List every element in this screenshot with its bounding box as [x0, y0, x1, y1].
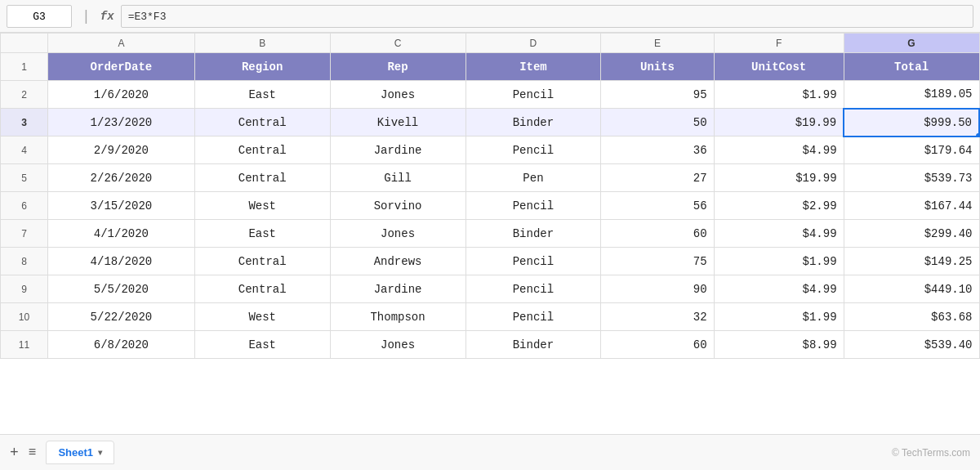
cell-5-g[interactable]: $539.73	[844, 164, 979, 192]
cell-2-d[interactable]: Pencil	[466, 81, 601, 109]
row-num-1: 1	[1, 53, 48, 81]
formula-input[interactable]: =E3*F3	[121, 5, 973, 28]
cell-4-a[interactable]: 2/9/2020	[48, 137, 195, 164]
cell-8-e[interactable]: 75	[601, 248, 714, 275]
cell-6-g[interactable]: $167.44	[844, 192, 979, 220]
header-cell-c[interactable]: Rep	[330, 53, 466, 81]
sheet-dropdown-arrow: ▾	[98, 448, 102, 457]
cell-11-a[interactable]: 6/8/2020	[48, 331, 195, 359]
cell-2-g[interactable]: $189.05	[844, 81, 979, 109]
cell-4-f[interactable]: $4.99	[714, 137, 844, 164]
row-num-2: 2	[1, 81, 48, 109]
cell-8-g[interactable]: $149.25	[844, 248, 979, 275]
col-header-b[interactable]: B	[194, 34, 330, 53]
cell-9-a[interactable]: 5/5/2020	[48, 275, 195, 303]
cell-3-b[interactable]: Central	[194, 109, 330, 137]
cell-9-b[interactable]: Central	[194, 275, 330, 303]
cell-2-b[interactable]: East	[194, 81, 330, 109]
cell-reference-box[interactable]: G3	[7, 5, 72, 28]
cell-9-d[interactable]: Pencil	[466, 275, 601, 303]
header-cell-a[interactable]: OrderDate	[48, 53, 195, 81]
cell-6-c[interactable]: Sorvino	[330, 192, 466, 220]
row-num-3: 3	[1, 109, 48, 137]
cell-5-b[interactable]: Central	[194, 164, 330, 192]
cell-2-f[interactable]: $1.99	[714, 81, 844, 109]
cell-7-f[interactable]: $4.99	[714, 220, 844, 248]
cell-5-c[interactable]: Gill	[330, 164, 466, 192]
cell-7-g[interactable]: $299.40	[844, 220, 979, 248]
cell-7-e[interactable]: 60	[601, 220, 714, 248]
sheet-menu-icon[interactable]: ≡	[29, 445, 37, 460]
cell-5-e[interactable]: 27	[601, 164, 714, 192]
cell-10-e[interactable]: 32	[601, 303, 714, 331]
header-cell-e[interactable]: Units	[601, 53, 714, 81]
col-header-f[interactable]: F	[714, 34, 844, 53]
cell-10-g[interactable]: $63.68	[844, 303, 979, 331]
cell-7-b[interactable]: East	[194, 220, 330, 248]
cell-4-c[interactable]: Jardine	[330, 137, 466, 164]
cell-8-d[interactable]: Pencil	[466, 248, 601, 275]
header-cell-b[interactable]: Region	[194, 53, 330, 81]
cell-11-c[interactable]: Jones	[330, 331, 466, 359]
cell-3-d[interactable]: Binder	[466, 109, 601, 137]
cell-10-d[interactable]: Pencil	[466, 303, 601, 331]
col-header-g[interactable]: G	[844, 34, 979, 53]
bar-divider: |	[82, 8, 91, 25]
cell-5-a[interactable]: 2/26/2020	[48, 164, 195, 192]
cell-4-e[interactable]: 36	[601, 137, 714, 164]
cell-9-e[interactable]: 90	[601, 275, 714, 303]
cell-2-e[interactable]: 95	[601, 81, 714, 109]
cell-3-a[interactable]: 1/23/2020	[48, 109, 195, 137]
cell-5-d[interactable]: Pen	[466, 164, 601, 192]
cell-11-e[interactable]: 60	[601, 331, 714, 359]
cell-2-c[interactable]: Jones	[330, 81, 466, 109]
sheet-tab-sheet1[interactable]: Sheet1 ▾	[46, 441, 114, 464]
cell-10-a[interactable]: 5/22/2020	[48, 303, 195, 331]
header-cell-f[interactable]: UnitCost	[714, 53, 844, 81]
table-row: 42/9/2020CentralJardinePencil36$4.99$179…	[1, 137, 980, 164]
cell-6-f[interactable]: $2.99	[714, 192, 844, 220]
cell-11-d[interactable]: Binder	[466, 331, 601, 359]
cell-10-b[interactable]: West	[194, 303, 330, 331]
col-header-a[interactable]: A	[48, 34, 195, 53]
cell-9-c[interactable]: Jardine	[330, 275, 466, 303]
cell-8-a[interactable]: 4/18/2020	[48, 248, 195, 275]
cell-11-g[interactable]: $539.40	[844, 331, 979, 359]
col-header-c[interactable]: C	[330, 34, 466, 53]
header-cell-d[interactable]: Item	[466, 53, 601, 81]
cell-6-d[interactable]: Pencil	[466, 192, 601, 220]
row-num-6: 6	[1, 192, 48, 220]
cell-2-a[interactable]: 1/6/2020	[48, 81, 195, 109]
cell-3-e[interactable]: 50	[601, 109, 714, 137]
cell-3-g[interactable]: $999.50	[844, 109, 979, 137]
cell-7-c[interactable]: Jones	[330, 220, 466, 248]
col-header-e[interactable]: E	[601, 34, 714, 53]
cell-4-d[interactable]: Pencil	[466, 137, 601, 164]
formula-icon: fx	[100, 10, 114, 23]
cell-8-f[interactable]: $1.99	[714, 248, 844, 275]
cell-10-c[interactable]: Thompson	[330, 303, 466, 331]
header-cell-g[interactable]: Total	[844, 53, 979, 81]
cell-10-f[interactable]: $1.99	[714, 303, 844, 331]
cell-8-b[interactable]: Central	[194, 248, 330, 275]
cell-3-f[interactable]: $19.99	[714, 109, 844, 137]
cell-3-c[interactable]: Kivell	[330, 109, 466, 137]
col-header-d[interactable]: D	[466, 34, 601, 53]
cell-8-c[interactable]: Andrews	[330, 248, 466, 275]
cell-4-g[interactable]: $179.64	[844, 137, 979, 164]
cell-7-d[interactable]: Binder	[466, 220, 601, 248]
cell-6-b[interactable]: West	[194, 192, 330, 220]
cell-5-f[interactable]: $19.99	[714, 164, 844, 192]
table-row: 31/23/2020CentralKivellBinder50$19.99$99…	[1, 109, 980, 137]
cell-6-a[interactable]: 3/15/2020	[48, 192, 195, 220]
cell-6-e[interactable]: 56	[601, 192, 714, 220]
cell-4-b[interactable]: Central	[194, 137, 330, 164]
cell-7-a[interactable]: 4/1/2020	[48, 220, 195, 248]
add-sheet-button[interactable]: +	[10, 445, 19, 460]
cell-9-f[interactable]: $4.99	[714, 275, 844, 303]
row-num-9: 9	[1, 275, 48, 303]
table-row: 52/26/2020CentralGillPen27$19.99$539.73	[1, 164, 980, 192]
cell-11-b[interactable]: East	[194, 331, 330, 359]
cell-11-f[interactable]: $8.99	[714, 331, 844, 359]
cell-9-g[interactable]: $449.10	[844, 275, 979, 303]
